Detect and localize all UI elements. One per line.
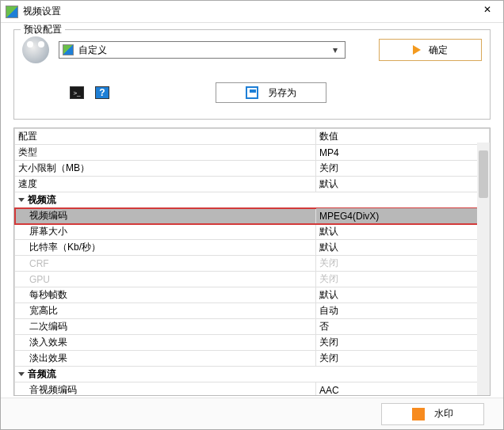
prop-value[interactable]: 关闭: [316, 256, 490, 272]
section-row[interactable]: 音频流: [15, 367, 490, 382]
prop-value[interactable]: 关闭: [316, 351, 490, 367]
prop-value[interactable]: 默认: [316, 287, 490, 303]
table-row[interactable]: 速度默认: [15, 177, 490, 192]
prop-value[interactable]: 默认: [316, 224, 490, 240]
section-label: 音频流: [15, 367, 490, 382]
table-row[interactable]: 宽高比自动: [15, 303, 490, 319]
table-row[interactable]: 比特率（Kb/秒）默认: [15, 240, 490, 256]
help-icon[interactable]: ?: [95, 86, 109, 99]
preset-legend: 预设配置: [21, 23, 65, 36]
film-reel-icon: [22, 36, 49, 63]
prop-value[interactable]: MPEG4(DivX)⌄: [316, 208, 490, 224]
table-row[interactable]: 每秒帧数默认: [15, 287, 490, 303]
preset-combo[interactable]: 自定义 ▾: [59, 41, 346, 59]
prop-name: 宽高比: [15, 303, 316, 319]
watermark-icon: [412, 408, 425, 420]
table-row[interactable]: 淡入效果关闭: [15, 335, 490, 351]
watermark-button[interactable]: 水印: [381, 403, 484, 425]
prop-value[interactable]: 自动: [316, 303, 490, 319]
table-row[interactable]: CRF关闭: [15, 256, 490, 272]
footer: 水印: [1, 398, 503, 429]
prop-name: 屏幕大小: [15, 224, 316, 240]
preset-area: 预设配置 自定义 ▾ 确定 >_ ? 另存为: [1, 23, 503, 123]
table-row[interactable]: GPU关闭: [15, 272, 490, 287]
section-label: 视频流: [15, 192, 490, 208]
save-as-label: 另存为: [268, 86, 296, 100]
prop-name: 视频编码: [15, 208, 316, 224]
vertical-scrollbar[interactable]: [477, 143, 490, 395]
ok-button-label: 确定: [429, 44, 448, 57]
table-row[interactable]: 类型MP4: [15, 145, 490, 161]
prop-name: 大小限制（MB）: [15, 161, 316, 177]
collapse-icon: [18, 198, 25, 202]
prop-name: 类型: [15, 145, 316, 161]
prop-value[interactable]: 默认: [316, 177, 490, 192]
preset-fieldset: 预设配置 自定义 ▾ 确定 >_ ? 另存为: [13, 29, 491, 120]
prop-name: 速度: [15, 177, 316, 192]
prop-value[interactable]: 关闭: [316, 161, 490, 177]
table-row[interactable]: 音视频编码AAC: [15, 382, 490, 397]
scrollbar-thumb[interactable]: [479, 150, 488, 198]
preset-combo-label: 自定义: [78, 44, 329, 57]
col-name: 配置: [15, 129, 316, 145]
col-value: 数值: [316, 129, 490, 145]
table-row[interactable]: 二次编码否: [15, 319, 490, 335]
prop-value[interactable]: 关闭: [316, 335, 490, 351]
window-title: 视频设置: [23, 5, 61, 18]
prop-name: 音视频编码: [15, 382, 316, 397]
video-settings-window: 视频设置 ✕ 预设配置 自定义 ▾ 确定 >_ ?: [0, 0, 504, 430]
prop-name: 每秒帧数: [15, 287, 316, 303]
collapse-icon: [18, 372, 25, 376]
prop-value[interactable]: 否: [316, 319, 490, 335]
prop-value[interactable]: AAC: [316, 382, 490, 397]
table-row[interactable]: 视频编码MPEG4(DivX)⌄: [15, 208, 490, 224]
prop-name: GPU: [15, 272, 316, 287]
grid-header: 配置 数值: [15, 129, 490, 145]
close-icon[interactable]: ✕: [476, 4, 498, 20]
watermark-label: 水印: [434, 407, 453, 420]
app-icon: [6, 6, 18, 18]
ok-button[interactable]: 确定: [379, 39, 482, 61]
prop-name: 淡出效果: [15, 351, 316, 367]
preset-item-icon: [63, 44, 74, 55]
titlebar: 视频设置 ✕: [1, 1, 503, 23]
save-as-button[interactable]: 另存为: [216, 82, 326, 103]
table-row[interactable]: 淡出效果关闭: [15, 351, 490, 367]
arrow-right-icon: [413, 45, 421, 55]
property-grid: 配置 数值 类型MP4大小限制（MB）关闭速度默认视频流视频编码MPEG4(Di…: [13, 127, 491, 396]
table-row[interactable]: 大小限制（MB）关闭: [15, 161, 490, 177]
floppy-disk-icon: [246, 86, 258, 99]
prop-name: 二次编码: [15, 319, 316, 335]
section-row[interactable]: 视频流: [15, 192, 490, 208]
prop-name: 比特率（Kb/秒）: [15, 240, 316, 256]
console-icon[interactable]: >_: [70, 86, 84, 99]
prop-value[interactable]: MP4: [316, 145, 490, 161]
chevron-down-icon: ▾: [329, 44, 342, 55]
prop-name: CRF: [15, 256, 316, 272]
prop-value[interactable]: 默认: [316, 240, 490, 256]
table-row[interactable]: 屏幕大小默认: [15, 224, 490, 240]
prop-name: 淡入效果: [15, 335, 316, 351]
prop-value[interactable]: 关闭: [316, 272, 490, 287]
